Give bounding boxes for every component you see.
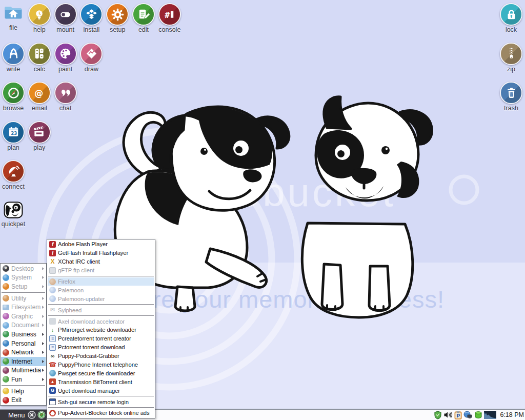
graphic-menu-icon [3,313,9,319]
menu-item-label: Exit [11,396,22,404]
submenu-item-uget-download-manager[interactable]: GUget download manager [48,386,154,395]
submenu-item-ssh-gui-secure-remote-login[interactable]: Ssh-gui secure remote login [48,397,154,406]
menu-item-network[interactable]: Network [1,348,46,357]
submenu-item-transmission-bittorrent-client[interactable]: ▲Transmission BitTorrent client [48,377,154,386]
submenu-item-pwsget-secure-file-downloader[interactable]: Pwsget secure file downloader [48,369,154,377]
tray-icons: P [434,411,496,419]
file-label: file [9,24,17,31]
email-label: email [32,105,47,112]
network-monitor-tray-icon[interactable] [463,411,473,419]
ssh-icon [49,398,56,405]
menu-item-graphic[interactable]: Graphic [1,312,46,321]
menu-item-personal[interactable]: Personal [1,339,46,348]
cpu-monitor-tray-icon[interactable] [484,411,496,419]
desktop-icon-quickpet[interactable]: quickpet [0,199,30,228]
submenu-item-puppyphone-internet-telephone[interactable]: ☎PuppyPhone Internet telephone [48,361,154,369]
submenu-item-xchat-irc-client[interactable]: XXChat IRC client [48,257,154,266]
console-label: console [158,26,180,33]
menu-item-utility[interactable]: Utility [1,294,46,303]
submenu-item-adobe-flash-player[interactable]: fAdobe Flash Player [48,240,154,249]
menu-item-internet[interactable]: Internet [1,357,46,366]
submenu-item-label: Uget download manager [58,388,120,394]
show-desktop-launcher[interactable] [28,411,36,419]
menu-item-setup[interactable]: Setup [1,282,46,291]
submenu-item-gftp-ftp-client[interactable]: gFTP ftp client [48,266,154,275]
play-label: play [33,144,45,151]
desktop-icon-trash[interactable]: trash [494,82,525,112]
desktop-icon-chat[interactable]: chat [49,82,83,112]
submenu-arrow-icon [42,369,44,372]
browser-launcher[interactable] [37,411,46,419]
business-menu-icon [3,331,9,337]
submenu-item-label: Palemoon-updater [58,296,105,302]
menu-item-label: Document [11,322,39,329]
menu-item-fun[interactable]: Fun [1,375,46,384]
clipboard-manager-tray-icon[interactable]: P [454,411,462,419]
email-icon: @ [28,82,51,104]
menu-item-label: Multimedia [11,367,41,374]
fun-menu-icon [3,376,9,383]
submenu-arrow-icon [42,360,44,363]
menu-item-help[interactable]: Help [1,387,46,396]
submenu-separator [48,315,154,316]
submenu-arrow-icon [42,285,44,288]
menu-item-system[interactable]: System [1,273,46,283]
submenu-arrow-icon [42,351,44,354]
submenu-item-axel-download-accelerator[interactable]: Axel download accelerator [48,317,154,326]
menu-item-label: Business [11,331,36,338]
sylpheed-icon: ✉ [49,307,56,313]
submenu-item-puppy-podcast-grabber[interactable]: ∞Puppy-Podcast-Grabber [48,352,154,361]
submenu-item-pmirrorget-website-downloader[interactable]: ↓PMirrorget website downloader [48,326,154,334]
svg-text:#: # [165,10,170,19]
menu-item-document[interactable]: Document [1,321,46,330]
submenu-item-firefox[interactable]: Firefox [48,277,154,286]
submenu-item-label: Pcreatetorrent torrent creator [58,335,131,342]
desktop-icon-connect[interactable]: connect [0,160,30,190]
setup-label: setup [110,26,126,33]
submenu-item-pctorrent-torrent-download[interactable]: ≡Pctorrent torrent download [48,343,154,352]
desktop-icon-lock[interactable]: lock [494,3,525,33]
submenu-item-palemoon-updater[interactable]: Palemoon-updater [48,294,154,303]
submenu-item-pup-advert-blocker-block-online-ads[interactable]: Pup-Advert-Blocker block online ads [48,409,154,417]
clock: 6:18 PM [500,411,524,418]
menu-item-multimedia[interactable]: Multimedia [1,366,46,375]
submenu-item-label: GetFlash Install Flashplayer [58,250,128,256]
menu-item-label: Internet [11,358,32,365]
menu-item-filesystem[interactable]: Filesystem [1,303,46,312]
menu-item-exit[interactable]: Exit [1,395,46,405]
help-menu-icon [3,388,9,394]
submenu-item-sylpheed[interactable]: ✉Sylpheed [48,306,154,314]
plan-label: plan [7,144,19,151]
firefox-icon [49,278,56,285]
axel-icon [49,318,56,325]
calc-label: calc [34,66,45,73]
submenu-item-label: Adobe Flash Player [58,241,108,247]
document-menu-icon [3,322,9,329]
menu-item-business[interactable]: Business [1,330,46,339]
desktop-icon-play[interactable]: play [23,121,56,151]
desktop-icon-draw[interactable]: draw [74,43,108,73]
submenu-item-pcreatetorrent-torrent-creator[interactable]: ≡Pcreatetorrent torrent creator [48,334,154,343]
filesystem-menu-icon [3,305,9,310]
install-icon [80,3,103,26]
install-label: install [83,26,99,33]
submenu-item-palemoon[interactable]: Palemoon [48,286,154,294]
system-menu-icon [3,274,9,281]
desktop-icon-console[interactable]: #console [153,3,187,33]
menu-button[interactable]: Menu [0,410,47,420]
menu-item-desktop[interactable]: ×Desktop [1,264,46,273]
lock-label: lock [506,26,517,33]
firewall-tray-icon[interactable] [434,411,442,419]
quick-launchers [28,411,46,419]
submenu-arrow-icon [42,333,44,336]
submenu-item-getflash-install-flashplayer[interactable]: fGetFlash Install Flashplayer [48,249,154,257]
submenu-separator [48,407,154,408]
volume-tray-icon[interactable] [443,411,453,419]
browse-label: browse [3,105,24,112]
zip-label: zip [507,66,515,73]
system-tray: P 6:18 PM [434,410,524,420]
disk-usage-tray-icon[interactable] [474,411,482,419]
file-icon [3,3,24,24]
submenu-item-label: Puppy-Podcast-Grabber [58,353,119,359]
desktop-icon-zip[interactable]: zip [494,43,525,73]
